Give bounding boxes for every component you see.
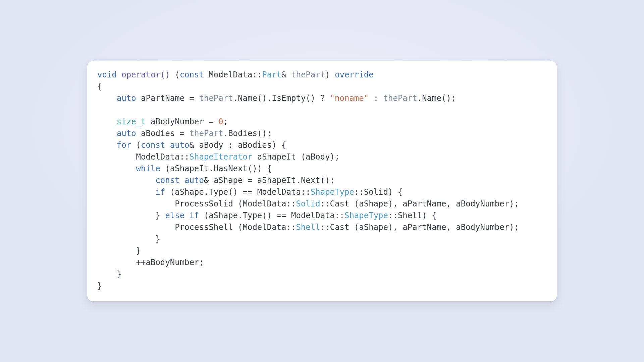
code-line: { — [97, 82, 102, 91]
code-line: } — [97, 269, 121, 279]
code-line: for (const auto& aBody : aBodies) { — [97, 140, 286, 150]
code-line: } — [97, 281, 102, 291]
code-card: void operator() (const ModelData::Part& … — [87, 61, 557, 301]
code-line: void operator() (const ModelData::Part& … — [97, 70, 374, 79]
code-line: ++aBodyNumber; — [97, 258, 204, 267]
code-line: ModelData::ShapeIterator aShapeIt (aBody… — [97, 152, 339, 162]
code-line: } — [97, 234, 160, 244]
code-line: ProcessShell (ModelData::Shell::Cast (aS… — [97, 223, 519, 232]
code-line: } — [97, 246, 141, 255]
code-line: while (aShapeIt.HasNext()) { — [97, 164, 272, 173]
code-line: auto aPartName = thePart.Name().IsEmpty(… — [97, 94, 456, 103]
code-line: ProcessSolid (ModelData::Solid::Cast (aS… — [97, 199, 519, 208]
code-line: const auto& aShape = aShapeIt.Next(); — [97, 176, 335, 185]
code-line: } else if (aShape.Type() == ModelData::S… — [97, 211, 436, 220]
code-block: void operator() (const ModelData::Part& … — [97, 69, 547, 292]
code-line: if (aShape.Type() == ModelData::ShapeTyp… — [97, 187, 402, 197]
code-line: auto aBodies = thePart.Bodies(); — [97, 129, 272, 138]
code-line: size_t aBodyNumber = 0; — [97, 117, 228, 126]
